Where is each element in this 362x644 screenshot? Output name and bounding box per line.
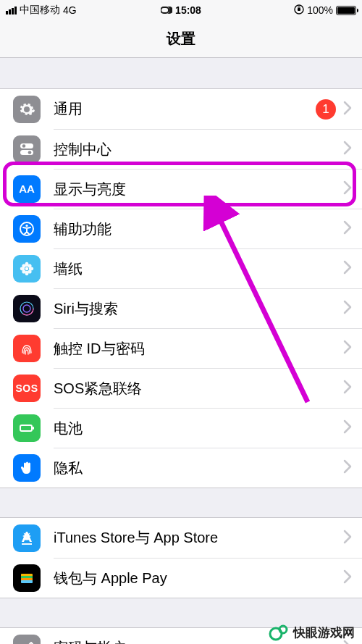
siri-icon [13,295,41,322]
nav-header: 设置 [0,20,362,58]
row-label: 隐私 [54,459,343,478]
chevron-right-icon [343,530,352,547]
chevron-right-icon [343,419,352,437]
settings-section-2: iTunes Store与 App Store 钱包与 Apple Pay [0,517,362,598]
row-label: 显示与亮度 [54,180,343,199]
row-accessibility[interactable]: 辅助功能 [0,209,362,248]
row-touchid[interactable]: 触控 ID与密码 [0,328,362,368]
svg-point-4 [22,144,26,148]
chevron-right-icon [343,141,352,158]
hand-icon [13,454,41,482]
fingerprint-icon [13,335,41,362]
status-bar: 中国移动 4G 15:08 100% [0,0,362,20]
accessibility-icon [13,215,41,243]
svg-rect-21 [33,427,34,430]
carrier-label: 中国移动 [20,4,60,17]
key-icon [13,635,41,645]
row-general[interactable]: 通用 1 [0,89,362,129]
row-label: 触控 ID与密码 [54,339,343,359]
row-label: 控制中心 [54,140,343,159]
status-right: 100% [294,4,356,17]
svg-point-29 [279,626,287,633]
toggles-icon [13,135,41,163]
row-label: Siri与搜索 [54,299,343,319]
chevron-right-icon [343,569,352,587]
status-center: 15:08 [161,4,201,16]
hotspot-icon [161,5,172,16]
battery-icon [13,414,41,442]
svg-point-16 [28,269,31,273]
row-control-center[interactable]: 控制中心 [0,129,362,169]
row-label: 电池 [54,419,343,438]
page-title: 设置 [167,29,195,49]
chevron-right-icon [343,340,352,357]
watermark: 快眼游戏网 [269,622,355,643]
chevron-right-icon [343,459,352,477]
row-siri[interactable]: Siri与搜索 [0,288,362,328]
svg-rect-25 [21,580,33,583]
chevron-right-icon [343,260,352,277]
sos-glyph: SOS [15,382,38,394]
wallet-icon [13,564,41,592]
row-label: 辅助功能 [54,219,343,239]
watermark-title: 快眼游戏网 [293,624,355,641]
chevron-right-icon [343,101,352,118]
row-sos[interactable]: SOS SOS紧急联络 [0,368,362,408]
row-label: 钱包与 Apple Pay [54,569,343,588]
row-wallet[interactable]: 钱包与 Apple Pay [0,558,362,598]
row-battery[interactable]: 电池 [0,408,362,448]
flower-icon [13,255,41,283]
battery-pct: 100% [307,4,333,16]
network-label: 4G [63,4,77,16]
svg-point-14 [28,264,31,267]
notification-badge: 1 [316,99,336,120]
row-itunes[interactable]: iTunes Store与 App Store [0,518,362,558]
orientation-lock-icon [294,4,304,17]
row-wallpaper[interactable]: 墙纸 [0,248,362,288]
appstore-icon [13,524,41,552]
svg-point-5 [28,151,32,154]
watermark-icon [269,622,289,643]
row-privacy[interactable]: 隐私 [0,448,362,488]
sos-icon: SOS [13,375,41,402]
text-size-icon: AA [13,175,41,203]
row-label: 墙纸 [54,259,343,279]
row-label: iTunes Store与 App Store [54,528,343,548]
chevron-right-icon [343,220,352,238]
svg-point-19 [23,305,30,312]
screen: 中国移动 4G 15:08 100% 设置 通用 1 [0,0,362,644]
svg-point-15 [22,269,25,273]
settings-section-1: 通用 1 控制中心 AA 显示与亮度 [0,88,362,488]
chevron-right-icon [343,380,352,397]
aa-glyph: AA [19,183,35,195]
gear-icon [13,96,41,123]
chevron-right-icon [343,300,352,317]
svg-point-8 [25,267,28,269]
svg-rect-1 [298,8,300,11]
row-label: 通用 [54,99,316,119]
battery-icon [336,6,356,15]
signal-icon [6,7,17,14]
chevron-right-icon [343,180,352,198]
row-display-brightness[interactable]: AA 显示与亮度 [0,169,362,209]
svg-rect-20 [20,425,32,431]
status-left: 中国移动 4G [6,4,77,17]
row-label: SOS紧急联络 [54,379,343,398]
time-label: 15:08 [175,4,201,16]
svg-point-13 [22,264,25,267]
svg-point-7 [25,224,28,226]
